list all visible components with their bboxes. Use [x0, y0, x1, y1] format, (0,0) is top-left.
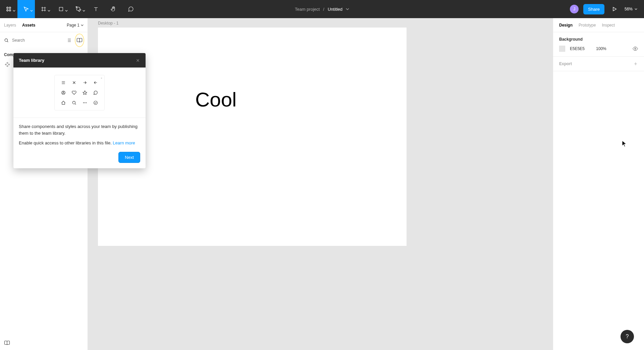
zoom-value: 56%: [625, 7, 633, 11]
file-title[interactable]: Team project / Untitled: [295, 7, 349, 12]
pen-tool[interactable]: [70, 0, 87, 18]
design-tab[interactable]: Design: [559, 23, 573, 28]
background-heading: Background: [559, 37, 638, 42]
export-heading: Export: [559, 61, 572, 66]
close-icon: ×: [101, 77, 102, 80]
svg-marker-10: [83, 91, 87, 94]
popover-body-2: Enable quick access to other libraries i…: [19, 140, 113, 145]
canvas-text[interactable]: Cool: [195, 88, 236, 111]
zoom-control[interactable]: 56%: [625, 7, 637, 11]
svg-rect-4: [59, 7, 63, 11]
canvas[interactable]: Desktop - 1 Cool: [88, 18, 553, 350]
svg-point-12: [83, 102, 84, 103]
search-input[interactable]: [12, 38, 62, 43]
popover-body-1: Share components and styles across your …: [19, 123, 140, 136]
page-selector[interactable]: Page 1: [67, 23, 84, 28]
page-label: Page 1: [67, 23, 79, 28]
layers-tab[interactable]: Layers: [4, 23, 16, 28]
svg-point-9: [63, 91, 64, 93]
svg-point-11: [72, 101, 75, 104]
heart-icon: [69, 89, 79, 97]
background-opacity[interactable]: 100%: [596, 46, 606, 51]
x-icon: [69, 79, 79, 87]
svg-point-14: [86, 102, 87, 103]
next-button[interactable]: Next: [118, 152, 140, 163]
frame-tool[interactable]: [35, 0, 52, 18]
project-name: Team project: [295, 7, 320, 12]
svg-point-6: [5, 39, 7, 41]
comment-icon: [91, 89, 100, 97]
star-icon: [80, 89, 90, 97]
team-library-popover: Team library × Share components and styl…: [13, 53, 146, 168]
share-button[interactable]: Share: [583, 4, 604, 14]
help-button[interactable]: ?: [621, 330, 634, 343]
file-name: Untitled: [328, 7, 342, 12]
avatar[interactable]: J: [570, 5, 579, 13]
chevron-down-icon: [48, 9, 50, 12]
search-icon: [4, 38, 9, 43]
svg-point-1: [9, 7, 11, 9]
chevron-down-icon: [83, 9, 85, 12]
svg-point-3: [9, 10, 11, 11]
chevron-down-icon: [346, 7, 349, 11]
comment-tool[interactable]: [122, 0, 140, 18]
frame-label[interactable]: Desktop - 1: [98, 21, 118, 26]
library-icon[interactable]: [4, 340, 10, 346]
assets-tab[interactable]: Assets: [22, 23, 35, 28]
figma-menu-button[interactable]: [0, 0, 17, 18]
svg-point-7: [635, 48, 636, 49]
inspect-tab[interactable]: Inspect: [602, 23, 615, 28]
component-icon[interactable]: [3, 60, 11, 69]
present-button[interactable]: [609, 4, 620, 14]
popover-illustration: ×: [13, 68, 146, 118]
svg-point-15: [94, 101, 98, 104]
menu-icon: [59, 79, 68, 87]
visibility-toggle[interactable]: [633, 46, 638, 51]
close-button[interactable]: [136, 58, 140, 63]
background-hex[interactable]: E5E5E5: [570, 46, 585, 51]
svg-point-0: [7, 7, 8, 9]
chevron-down-icon: [65, 9, 68, 12]
hand-tool[interactable]: [105, 0, 122, 18]
svg-marker-5: [613, 7, 616, 11]
text-tool[interactable]: [87, 0, 105, 18]
shape-tool[interactable]: [52, 0, 70, 18]
arrow-right-icon: [80, 79, 90, 87]
svg-point-13: [85, 102, 85, 103]
background-swatch[interactable]: [559, 46, 565, 52]
popover-title: Team library: [19, 58, 44, 63]
learn-more-link[interactable]: Learn more: [113, 140, 135, 145]
chevron-down-icon: [13, 9, 15, 12]
arrow-left-icon: [91, 79, 100, 87]
search-icon: [69, 99, 79, 107]
chevron-down-icon: [30, 9, 33, 12]
list-view-button[interactable]: [66, 36, 72, 45]
separator: /: [323, 7, 324, 12]
home-icon: [59, 99, 68, 107]
user-icon: [59, 89, 68, 97]
check-circle-icon: [91, 99, 100, 107]
add-export-button[interactable]: [633, 61, 638, 66]
prototype-tab[interactable]: Prototype: [579, 23, 596, 28]
svg-point-2: [7, 10, 8, 11]
more-icon: [80, 99, 90, 107]
move-tool[interactable]: [17, 0, 35, 18]
team-library-button[interactable]: [75, 34, 84, 46]
